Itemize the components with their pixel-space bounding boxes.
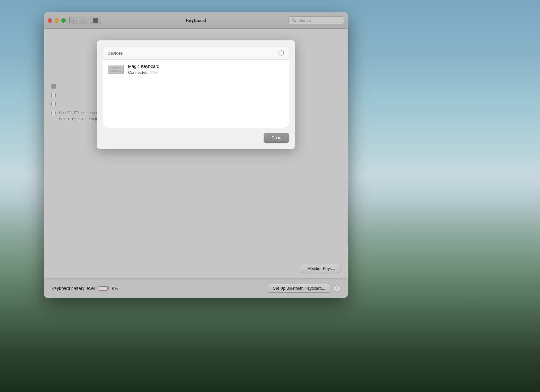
svg-rect-12 (116, 68, 117, 69)
svg-rect-10 (113, 68, 114, 69)
main-window: ‹ › Keyboard 🔍 Search (44, 12, 348, 298)
devices-header: Devices (103, 47, 289, 60)
svg-rect-11 (115, 68, 116, 69)
keyboard-svg (109, 66, 122, 73)
devices-label: Devices (108, 51, 123, 56)
device-battery-body (150, 71, 156, 74)
loading-spinner (278, 50, 284, 56)
svg-rect-4 (114, 67, 115, 68)
device-name: Magic Keyboard (128, 64, 159, 69)
svg-rect-22 (120, 71, 121, 72)
svg-rect-9 (112, 68, 113, 69)
svg-rect-5 (116, 67, 117, 68)
device-item-magic-keyboard[interactable]: Magic Keyboard Connected (103, 60, 289, 79)
device-list: Magic Keyboard Connected (103, 60, 289, 128)
device-info: Magic Keyboard Connected (128, 64, 159, 75)
svg-rect-8 (110, 68, 111, 69)
device-status-text: Connected (128, 70, 148, 75)
modal-overlay: Devices (44, 12, 348, 298)
svg-rect-2 (110, 67, 112, 68)
done-button[interactable]: Done (264, 133, 289, 143)
keyboard-device-icon (108, 65, 124, 74)
svg-rect-19 (112, 71, 113, 72)
svg-rect-7 (119, 67, 121, 68)
svg-rect-15 (110, 70, 112, 71)
device-battery-tip (156, 72, 157, 73)
device-battery-icon (150, 71, 157, 74)
devices-modal: Devices (97, 40, 295, 149)
svg-rect-16 (112, 70, 118, 71)
svg-rect-14 (119, 68, 121, 69)
svg-rect-21 (118, 71, 119, 72)
svg-rect-13 (118, 68, 119, 69)
modal-footer: Done (103, 133, 289, 143)
svg-rect-20 (114, 71, 117, 72)
device-status: Connected (128, 70, 159, 75)
devices-panel: Devices (103, 47, 289, 128)
svg-rect-18 (110, 71, 112, 72)
svg-rect-17 (119, 70, 121, 71)
svg-rect-6 (117, 67, 119, 68)
svg-rect-3 (112, 67, 113, 68)
